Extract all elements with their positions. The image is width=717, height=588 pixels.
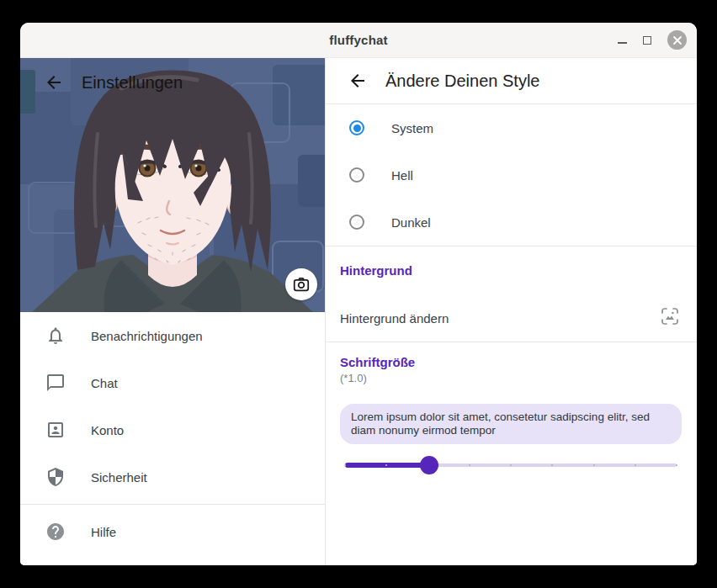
settings-appbar: Einstellungen: [20, 58, 325, 107]
back-icon[interactable]: [341, 64, 374, 98]
settings-title: Einstellungen: [82, 73, 183, 93]
shield-icon: [45, 467, 66, 487]
sidebar-item-label: Chat: [91, 376, 118, 390]
theme-option-label: Hell: [391, 168, 413, 183]
sidebar-item-label: Konto: [91, 423, 124, 437]
profile-avatar: Einstellungen: [20, 58, 325, 312]
change-background-label: Hintergrund ändern: [340, 311, 449, 326]
background-section-heading: Hintergrund: [340, 263, 412, 278]
chat-bubble-icon: [45, 373, 66, 393]
window-title: fluffychat: [20, 33, 697, 47]
font-preview-text: Lorem ipsum dolor sit amet, consetetur s…: [340, 404, 682, 444]
titlebar: fluffychat: [20, 23, 697, 58]
minimize-icon[interactable]: [618, 35, 627, 45]
theme-option[interactable]: Dunkel: [326, 199, 697, 246]
menu-divider: [20, 504, 325, 505]
maximize-icon[interactable]: [643, 36, 651, 45]
theme-option-radio[interactable]: [349, 167, 364, 183]
close-icon[interactable]: [667, 30, 687, 50]
style-settings-panel: Ändere Deinen Style System Hell Dunkel: [326, 58, 697, 565]
camera-icon: [292, 275, 311, 294]
back-icon[interactable]: [37, 66, 71, 99]
sidebar-item-chat[interactable]: Chat: [20, 359, 325, 406]
settings-sidebar: Einstellungen Benachrichtigungen: [20, 58, 326, 565]
style-appbar: Ändere Deinen Style: [326, 58, 697, 104]
slider-ticks: [345, 455, 677, 475]
bell-icon: [45, 326, 66, 346]
app-window: fluffychat: [20, 23, 697, 565]
font-size-slider[interactable]: [345, 455, 677, 475]
theme-option[interactable]: System: [326, 104, 697, 151]
sidebar-item-label: Hilfe: [91, 525, 116, 539]
page-title: Ändere Deinen Style: [385, 72, 539, 91]
change-background-button[interactable]: Hintergrund ändern: [326, 294, 697, 342]
style-content: System Hell Dunkel Hintergrund Hintergru…: [326, 104, 697, 565]
theme-option-label: Dunkel: [391, 215, 431, 230]
sidebar-item-label: Benachrichtigungen: [91, 329, 203, 343]
slider-thumb[interactable]: [420, 456, 438, 474]
theme-option-radio[interactable]: [349, 120, 364, 135]
settings-menu: Benachrichtigungen Chat Konto: [20, 312, 325, 565]
wallpaper-icon: [660, 306, 680, 330]
font-size-heading: Schriftgröße: [340, 355, 682, 369]
theme-option-label: System: [391, 121, 433, 135]
window-controls: [618, 30, 687, 50]
sidebar-item-security[interactable]: Sicherheit: [20, 453, 325, 501]
sidebar-item-help[interactable]: Hilfe: [20, 508, 325, 555]
help-icon: [45, 522, 66, 542]
theme-option[interactable]: Hell: [326, 151, 697, 199]
theme-option-radio[interactable]: [349, 215, 364, 230]
change-avatar-button[interactable]: [285, 268, 317, 300]
account-box-icon: [45, 420, 66, 440]
sidebar-item-label: Sicherheit: [91, 470, 147, 485]
sidebar-item-account[interactable]: Konto: [20, 406, 325, 453]
font-scale-value: (*1.0): [340, 372, 682, 384]
sidebar-item-notifications[interactable]: Benachrichtigungen: [20, 312, 325, 359]
